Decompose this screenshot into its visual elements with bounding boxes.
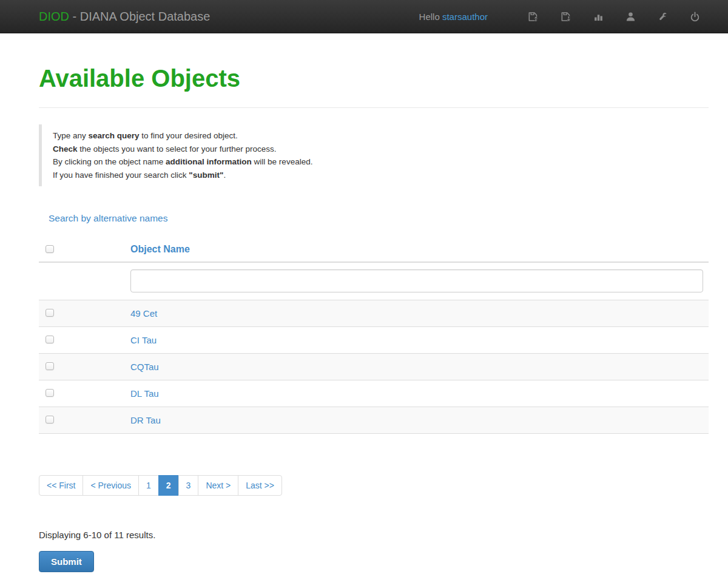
save-download-icon[interactable] xyxy=(561,12,571,22)
object-link[interactable]: DL Tau xyxy=(130,388,159,399)
pagination: << First < Previous 1 2 3 Next > Last >> xyxy=(39,475,282,496)
object-link[interactable]: CI Tau xyxy=(130,335,157,345)
brand-acronym: DIOD xyxy=(39,10,69,23)
instructions-block: Type any search query to find your desir… xyxy=(39,124,709,186)
table-header-row: Object Name xyxy=(39,237,709,262)
table-filter-row xyxy=(39,262,709,300)
row-checkbox[interactable] xyxy=(46,362,54,370)
page-next[interactable]: Next > xyxy=(198,475,238,496)
page-1[interactable]: 1 xyxy=(139,475,159,496)
table-row: DR Tau xyxy=(39,407,709,433)
greeting: Hello starsauthor xyxy=(419,12,488,22)
user-icon[interactable] xyxy=(625,12,636,22)
table-row: 49 Cet xyxy=(39,300,709,326)
navbar: DIOD - DIANA Object Database Hello stars… xyxy=(0,0,728,33)
username-link[interactable]: starsauthor xyxy=(442,12,488,22)
row-checkbox[interactable] xyxy=(46,389,54,397)
select-all-checkbox[interactable] xyxy=(46,245,54,253)
power-icon[interactable] xyxy=(690,12,700,22)
row-checkbox[interactable] xyxy=(46,336,54,343)
table-row: CI Tau xyxy=(39,326,709,353)
page-title: Available Objects xyxy=(39,65,709,92)
row-checkbox[interactable] xyxy=(46,416,54,424)
navbar-right: Hello starsauthor xyxy=(419,12,700,22)
table-row: CQTau xyxy=(39,353,709,380)
brand-link[interactable]: DIOD - DIANA Object Database xyxy=(39,10,210,24)
object-link[interactable]: DR Tau xyxy=(130,415,161,425)
main-content: Available Objects Type any search query … xyxy=(0,33,728,572)
instruction-line: If you have finished your search click "… xyxy=(53,169,709,182)
row-checkbox[interactable] xyxy=(46,309,54,317)
instruction-line: Check the objects you want to select for… xyxy=(53,143,709,156)
instruction-line: Type any search query to find your desir… xyxy=(53,129,709,143)
title-divider xyxy=(39,107,709,108)
page-3[interactable]: 3 xyxy=(179,475,199,496)
results-summary: Displaying 6-10 of 11 results. xyxy=(39,530,709,540)
page-previous[interactable]: < Previous xyxy=(83,475,139,496)
objects-table: Object Name 49 Cet CI Tau CQTau DL Tau D… xyxy=(39,237,709,434)
save-upload-icon[interactable] xyxy=(528,12,539,22)
page-first[interactable]: << First xyxy=(39,475,83,496)
brand-subtitle: - DIANA Object Database xyxy=(69,10,210,23)
alternative-names-search-link[interactable]: Search by alternative names xyxy=(49,213,167,224)
object-name-header: Object Name xyxy=(130,237,709,262)
object-link[interactable]: 49 Cet xyxy=(130,308,157,319)
navbar-icon-menu xyxy=(506,12,700,22)
wrench-icon[interactable] xyxy=(658,12,668,22)
stats-icon[interactable] xyxy=(593,12,604,22)
submit-button[interactable]: Submit xyxy=(39,551,94,572)
object-link[interactable]: CQTau xyxy=(130,362,159,372)
object-name-filter-input[interactable] xyxy=(130,269,703,292)
page-last[interactable]: Last >> xyxy=(238,475,282,496)
instruction-line: By clicking on the object name additiona… xyxy=(53,155,709,169)
table-row: DL Tau xyxy=(39,380,709,407)
page-2-active[interactable]: 2 xyxy=(159,475,179,496)
